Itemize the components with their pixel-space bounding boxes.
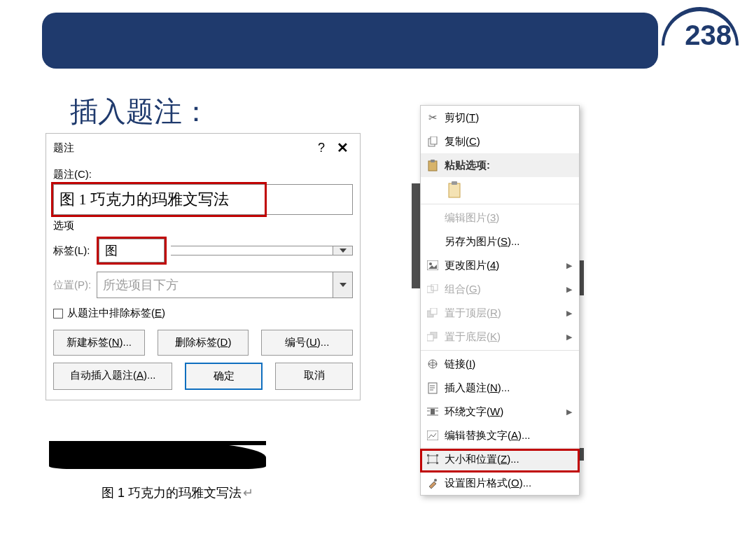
- position-field-label: 位置(P):: [53, 279, 92, 292]
- svg-rect-26: [427, 454, 429, 456]
- ctx-copy[interactable]: 复制(C): [421, 130, 579, 153]
- format-picture-icon: [421, 477, 445, 489]
- close-button[interactable]: ✕: [332, 139, 353, 156]
- help-button[interactable]: ?: [311, 141, 332, 155]
- position-combo-dropdown[interactable]: [333, 272, 353, 298]
- svg-rect-29: [436, 462, 438, 464]
- caption-input-wrap: 图 1 巧克力的玛雅文写法: [53, 184, 353, 215]
- svg-rect-3: [431, 160, 435, 162]
- ctx-paste-option-item[interactable]: [421, 177, 579, 202]
- submenu-arrow-icon: ▶: [566, 285, 579, 294]
- svg-rect-9: [431, 284, 438, 290]
- ctx-insert-caption[interactable]: 插入题注(N)...: [421, 376, 579, 400]
- position-combo[interactable]: 所选项目下方: [97, 272, 353, 298]
- send-back-icon: [421, 332, 445, 342]
- separator: [421, 350, 579, 351]
- paste-keep-source-icon: [447, 181, 464, 199]
- exclude-label-checkbox-row[interactable]: 从题注中排除标签(E): [53, 307, 353, 320]
- context-menu: ✂ 剪切(T) 复制(C) 粘贴选项: 编辑图片(3) 另存为图片(S)... …: [420, 105, 580, 496]
- separator: [421, 204, 579, 204]
- change-picture-icon: [421, 260, 445, 270]
- cut-icon: ✂: [421, 111, 445, 124]
- svg-point-30: [434, 479, 437, 482]
- options-header: 选项: [53, 219, 353, 232]
- chevron-down-icon: [340, 248, 347, 253]
- label-combo-value[interactable]: 图: [99, 239, 165, 262]
- link-icon: [421, 358, 445, 370]
- position-combo-value: 所选项目下方: [97, 272, 333, 298]
- delete-label-button[interactable]: 删除标签(D): [158, 330, 249, 356]
- svg-rect-8: [427, 286, 433, 293]
- checkbox-icon: [53, 309, 63, 318]
- submenu-arrow-icon: ▶: [566, 332, 579, 342]
- ctx-bring-to-front: 置于顶层(R) ▶: [421, 301, 579, 325]
- svg-rect-28: [427, 462, 429, 464]
- paragraph-mark-icon: ↵: [243, 486, 253, 500]
- new-label-button[interactable]: 新建标签(N)...: [53, 330, 145, 356]
- submenu-arrow-icon: ▶: [566, 261, 579, 270]
- ctx-change-picture[interactable]: 更改图片(4) ▶: [421, 253, 579, 277]
- cancel-button[interactable]: 取消: [275, 363, 353, 390]
- position-row: 位置(P): 所选项目下方: [53, 272, 353, 298]
- svg-rect-25: [428, 456, 437, 463]
- ctx-send-to-back: 置于底层(K) ▶: [421, 325, 579, 349]
- svg-point-7: [429, 262, 432, 265]
- copy-icon: [421, 136, 445, 147]
- svg-rect-5: [452, 181, 457, 185]
- ctx-link[interactable]: 链接(I): [421, 352, 579, 376]
- svg-rect-4: [449, 183, 460, 197]
- label-combo-dropdown[interactable]: [333, 246, 353, 255]
- submenu-arrow-icon: ▶: [566, 309, 579, 318]
- highlight-red-label: 图: [97, 237, 167, 265]
- svg-rect-1: [431, 136, 437, 144]
- bring-front-icon: [421, 308, 445, 318]
- example-image-placeholder: [49, 441, 266, 469]
- numbering-button[interactable]: 编号(U)...: [261, 330, 353, 356]
- auto-caption-button[interactable]: 自动插入题注(A)...: [53, 363, 172, 390]
- dialog-titlebar: 题注 ? ✕: [46, 134, 360, 162]
- example-caption-text: 图 1 巧克力的玛雅文写法↵: [102, 484, 253, 501]
- label-combo-rest[interactable]: [171, 246, 353, 255]
- button-row-2: 自动插入题注(A)... 确定 取消: [53, 363, 353, 390]
- chevron-down-icon: [340, 283, 347, 287]
- svg-rect-19: [431, 409, 435, 414]
- paste-icon: [421, 160, 445, 172]
- svg-rect-2: [428, 161, 437, 171]
- alt-text-icon: [421, 430, 445, 440]
- ctx-cut[interactable]: ✂ 剪切(T): [421, 106, 579, 130]
- ctx-format-picture[interactable]: 设置图片格式(O)...: [421, 471, 579, 495]
- svg-rect-27: [436, 454, 438, 456]
- caption-input[interactable]: 图 1 巧克力的玛雅文写法: [53, 184, 353, 215]
- page-number: 238: [685, 20, 732, 51]
- size-position-icon: [421, 454, 445, 464]
- label-field-label: 标签(L):: [53, 244, 92, 258]
- svg-rect-24: [427, 430, 438, 440]
- ctx-edit-picture: 编辑图片(3): [421, 206, 579, 230]
- insert-caption-icon: [421, 382, 445, 394]
- slide-title: 插入题注：: [70, 92, 210, 131]
- ctx-save-as-picture[interactable]: 另存为图片(S)...: [421, 230, 579, 253]
- ctx-group: 组合(G) ▶: [421, 277, 579, 301]
- label-row: 标签(L): 图: [53, 237, 353, 265]
- button-row-1: 新建标签(N)... 删除标签(D) 编号(U)...: [53, 330, 353, 356]
- ctx-wrap-text[interactable]: 环绕文字(W) ▶: [421, 400, 579, 424]
- svg-rect-11: [431, 308, 437, 314]
- caption-dialog: 题注 ? ✕ 题注(C): 图 1 巧克力的玛雅文写法 选项 标签(L): 图 …: [46, 133, 361, 400]
- submenu-arrow-icon: ▶: [566, 407, 579, 416]
- slide-header-bar: [42, 13, 658, 69]
- ctx-size-and-position[interactable]: 大小和位置(Z)...: [421, 447, 579, 471]
- svg-rect-13: [427, 335, 433, 341]
- wrap-text-icon: [421, 407, 445, 416]
- ctx-paste-options-header: 粘贴选项:: [421, 153, 579, 177]
- ok-button[interactable]: 确定: [185, 363, 263, 390]
- ctx-edit-alt-text[interactable]: 编辑替换文字(A)...: [421, 424, 579, 447]
- exclude-label-text: 从题注中排除标签(E): [67, 307, 165, 320]
- dialog-title: 题注: [53, 141, 311, 155]
- caption-field-label: 题注(C):: [53, 168, 353, 181]
- group-icon: [421, 284, 445, 294]
